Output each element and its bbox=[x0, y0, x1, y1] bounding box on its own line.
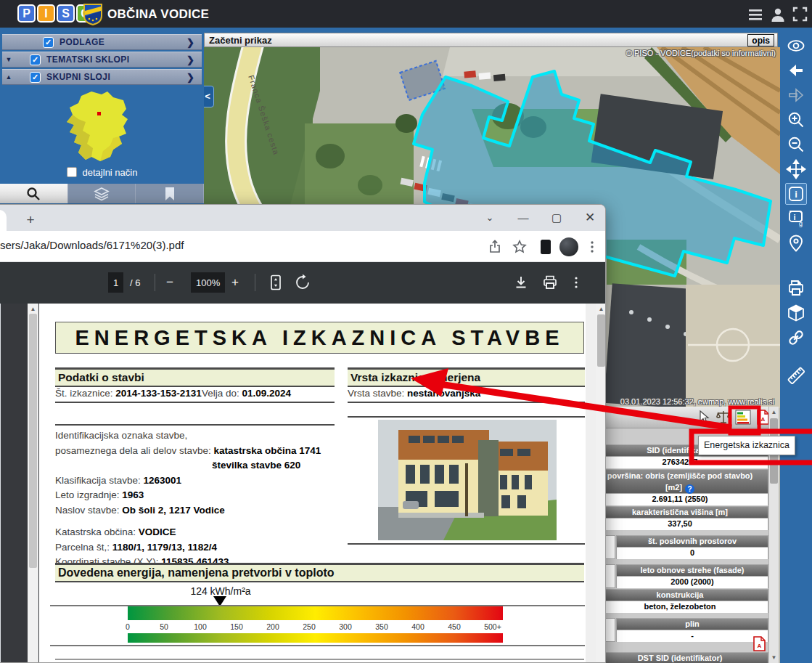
logo-letter-i: I bbox=[37, 4, 55, 23]
zoom-in-icon[interactable] bbox=[785, 109, 807, 131]
rotate-icon[interactable] bbox=[294, 272, 311, 293]
field-value: 2000 (2000) bbox=[616, 577, 768, 588]
zoom-out-icon[interactable] bbox=[785, 134, 807, 155]
energy-certificate-tooltip: Energetska izkaznica bbox=[698, 436, 795, 455]
bookmark-star-icon[interactable] bbox=[510, 237, 529, 256]
measure-ruler-icon[interactable] bbox=[785, 365, 807, 386]
zoom-in-button[interactable]: + bbox=[231, 272, 239, 293]
previous-view-icon[interactable] bbox=[785, 60, 807, 81]
tab-search[interactable] bbox=[0, 184, 68, 203]
zoom-out-button[interactable]: − bbox=[166, 272, 173, 293]
pdf-page: ENERGETSKA IZKAZNICA STAVBE Podatki o st… bbox=[39, 304, 586, 663]
collapse-triangle-icon[interactable]: ▼ bbox=[2, 56, 15, 63]
field-value: 0 bbox=[616, 548, 768, 559]
new-tab-button[interactable]: + bbox=[21, 211, 40, 229]
map-attribution-top: © PISO - VODICE(podatki so informativni) bbox=[626, 49, 776, 57]
share-link-icon[interactable] bbox=[785, 327, 807, 349]
show-hide-layers-eye-icon[interactable] bbox=[785, 35, 807, 57]
energy-scale-bar-2 bbox=[128, 633, 503, 643]
field-value: 27634207 bbox=[591, 457, 768, 468]
section-header-building: Podatki o stavbi bbox=[55, 367, 335, 387]
page-count-label: / 6 bbox=[130, 272, 140, 293]
profile-avatar[interactable] bbox=[559, 237, 578, 256]
top-bar: PISO OBČINA VODICE bbox=[0, 0, 812, 29]
field-value: 337,50 bbox=[591, 518, 768, 530]
section-header-energy: Dovedena energija, namenjena pretvorbi v… bbox=[55, 563, 584, 582]
side-panel-icon[interactable] bbox=[536, 237, 555, 256]
sidebar-section-podlage[interactable]: ✓ PODLAGE ❯ bbox=[2, 34, 202, 50]
field-value: 2.691,11 (2550) bbox=[591, 494, 768, 505]
download-icon[interactable] bbox=[513, 272, 529, 293]
pdf-title: ENERGETSKA IZKAZNICA STAVBE bbox=[55, 322, 584, 354]
legal-scales-icon[interactable] bbox=[716, 410, 731, 428]
info-group-tool-icon[interactable]: ig bbox=[785, 208, 807, 229]
next-view-icon[interactable] bbox=[785, 84, 807, 106]
detail-mode-label: detajlni način bbox=[83, 167, 138, 178]
building-photo bbox=[378, 420, 557, 543]
map-header: Začetni prikaz opis bbox=[204, 33, 778, 47]
chevron-right-icon: ❯ bbox=[186, 72, 202, 83]
print-map-icon[interactable] bbox=[785, 277, 807, 299]
field-label: plin bbox=[616, 618, 768, 630]
detail-mode-row: detajlni način bbox=[0, 167, 204, 178]
logo-letter-s: S bbox=[57, 4, 75, 23]
left-scrollbar[interactable]: ▲ bbox=[28, 304, 38, 663]
location-pin-icon[interactable] bbox=[785, 232, 807, 254]
tab-layers[interactable] bbox=[68, 184, 136, 203]
expand-triangle-icon[interactable]: ▲ bbox=[2, 73, 15, 81]
3d-view-icon[interactable] bbox=[785, 302, 807, 324]
scroll-up-arrow[interactable]: ▲ bbox=[596, 306, 606, 312]
pdf-menu-kebab-icon[interactable] bbox=[571, 272, 581, 293]
user-icon[interactable] bbox=[769, 6, 787, 26]
svg-text:A: A bbox=[758, 643, 762, 649]
window-maximize-button[interactable]: ▢ bbox=[545, 207, 568, 229]
pdf-viewer-content[interactable]: ▲ ▲ ENERGETSKA IZKAZNICA STAVBE Podatki … bbox=[1, 304, 606, 663]
zoom-level-value[interactable]: 100% bbox=[191, 272, 225, 293]
sidebar-section-skupni[interactable]: ▲ ✓ SKUPNI SLOJI ❯ bbox=[2, 69, 202, 85]
checkbox-checked[interactable]: ✓ bbox=[43, 37, 54, 48]
active-tab[interactable] bbox=[0, 210, 7, 231]
pdf-browser-window: + ⌄ — ▢ ✕ sers/Jaka/Downloads/6171%20(3)… bbox=[0, 204, 606, 663]
pdf-scrollbar[interactable]: ▲ bbox=[596, 304, 606, 663]
checkbox-checked[interactable]: ✓ bbox=[30, 72, 41, 83]
cursor-select-icon[interactable] bbox=[699, 410, 712, 428]
scroll-down-arrow[interactable]: ▼ bbox=[769, 654, 779, 661]
field-value: - bbox=[616, 630, 768, 642]
url-text[interactable]: sers/Jaka/Downloads/6171%20(3).pdf bbox=[0, 239, 184, 251]
share-icon[interactable] bbox=[485, 237, 504, 256]
page-number-input[interactable]: 1 bbox=[108, 272, 123, 293]
section-header-type: Vrsta izkaznice: merjena bbox=[348, 367, 585, 387]
pan-icon[interactable] bbox=[785, 158, 807, 180]
sidebar-section-tematski[interactable]: ▼ ✓ TEMATSKI SKLOPI ❯ bbox=[2, 52, 202, 68]
overview-mini-map[interactable] bbox=[57, 90, 147, 167]
field-label: DST SID (identifikator) bbox=[591, 652, 768, 663]
fit-to-page-icon[interactable] bbox=[268, 272, 284, 293]
checkbox-checked[interactable]: ✓ bbox=[30, 54, 41, 65]
detail-mode-checkbox[interactable] bbox=[67, 167, 77, 177]
svg-text:i: i bbox=[793, 213, 795, 221]
print-icon[interactable] bbox=[542, 272, 558, 293]
scroll-up-arrow[interactable]: ▲ bbox=[28, 306, 38, 312]
svg-text:i: i bbox=[795, 189, 797, 200]
energy-scale-bar bbox=[128, 606, 503, 620]
window-close-button[interactable]: ✕ bbox=[578, 207, 602, 229]
tab-bookmark[interactable] bbox=[136, 184, 204, 203]
piso-app: PISO OBČINA VODICE ✓ PODLAGE ❯ bbox=[0, 0, 812, 663]
window-minimize-button[interactable]: — bbox=[512, 207, 535, 229]
building-id-block: Identifikacijska oznaka stavbe, posamezn… bbox=[55, 428, 345, 570]
pdf-document-icon[interactable]: A bbox=[757, 410, 768, 428]
scrollbar-thumb[interactable] bbox=[597, 314, 605, 367]
energy-certificate-icon[interactable] bbox=[735, 410, 751, 428]
opis-button[interactable]: opis bbox=[747, 34, 774, 46]
scroll-up-arrow[interactable]: ▲ bbox=[769, 409, 779, 415]
help-icon[interactable]: ? bbox=[685, 484, 694, 494]
fullscreen-icon[interactable] bbox=[792, 7, 808, 25]
browser-menu-kebab-icon[interactable] bbox=[583, 237, 602, 256]
field-label: karakteristična višina [m] bbox=[591, 506, 768, 518]
info-tool-icon[interactable]: i bbox=[785, 183, 807, 205]
cert-number-line: Št. izkaznice: 2014-133-153-2131Velja do… bbox=[55, 388, 335, 403]
window-menu-chevron-icon[interactable]: ⌄ bbox=[478, 207, 501, 229]
scrollbar-thumb[interactable] bbox=[29, 314, 37, 568]
sidebar-tabs bbox=[0, 184, 204, 203]
menu-icon[interactable] bbox=[747, 7, 763, 25]
